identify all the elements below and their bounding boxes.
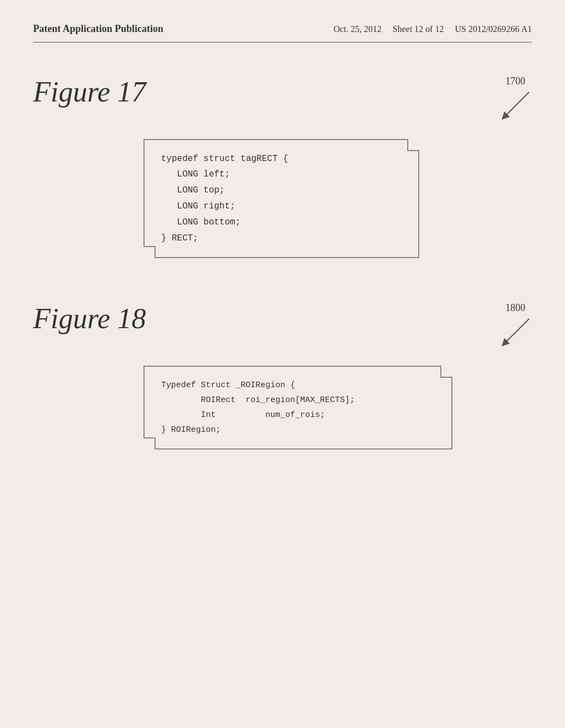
code-line-1: typedef struct tagRECT { [161,151,402,167]
figure-18-code-box: Typedef Struct _ROIRegion { ROIRect roi_… [143,366,452,449]
f18-code-line-4: } ROIRegion; [161,422,435,437]
figure-18-section: Figure 18 1800 Typedef Struct _ROIRegion… [33,302,532,449]
code-line-3: LONG top; [161,183,402,199]
figure-17-code-box: typedef struct tagRECT { LONG left; LONG… [143,139,419,259]
f18-code-line-2: ROIRect roi_region[MAX_RECTS]; [161,393,435,408]
svg-line-2 [504,319,529,344]
figure-17-section: Figure 17 1700 typedef struct tagRECT { … [33,76,532,259]
page-header: Patent Application Publication Oct. 25, … [33,22,532,42]
header-right: Oct. 25, 2012 Sheet 12 of 12 US 2012/026… [333,22,532,36]
svg-line-0 [504,92,529,117]
code-line-4: LONG right; [161,199,402,215]
f18-code-line-3: Int num_of_rois; [161,408,435,422]
figure-17-number: 1700 [505,76,525,87]
figure-18-number: 1800 [505,302,525,314]
sheet-info: Sheet 12 of 12 [393,24,444,34]
f18-code-line-1: Typedef Struct _ROIRegion { [161,378,435,393]
figure-17-header: Figure 17 1700 [33,76,532,122]
patent-page: Patent Application Publication Oct. 25, … [0,0,565,728]
header-left: Patent Application Publication [33,22,163,36]
figure-18-title: Figure 18 [33,302,146,335]
publication-date: Oct. 25, 2012 [333,24,381,34]
code-line-2: LONG left; [161,167,402,183]
figure-17-arrow-icon [499,89,532,122]
figure-18-number-container: 1800 [499,302,532,349]
patent-number: US 2012/0269266 A1 [455,24,532,34]
publication-label: Patent Application Publication [33,23,163,34]
figure-17-title: Figure 17 [33,76,146,108]
figure-18-arrow-icon [499,316,532,349]
figure-17-number-container: 1700 [499,76,532,122]
code-line-6: } RECT; [161,231,402,247]
figure-18-header: Figure 18 1800 [33,302,532,349]
code-line-5: LONG bottom; [161,215,402,231]
